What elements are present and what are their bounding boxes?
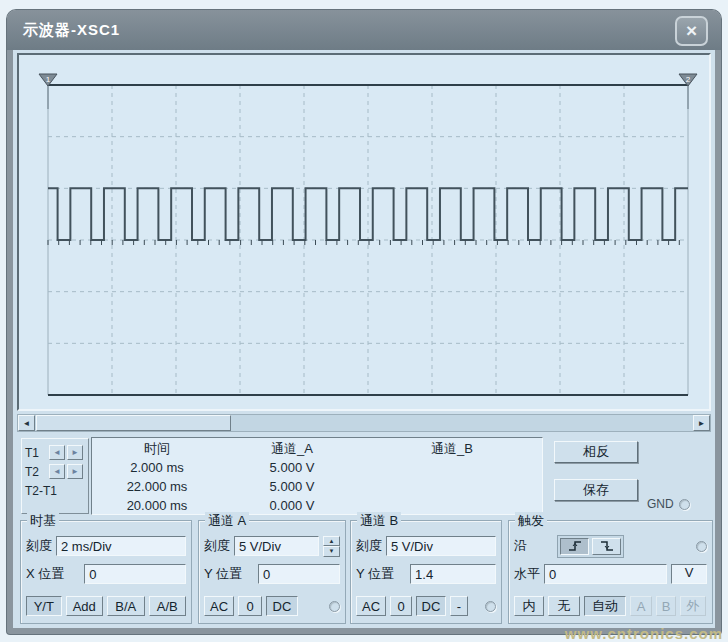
trigger-edge-row: 沿 xyxy=(514,535,707,557)
mode-add-button[interactable]: Add xyxy=(66,596,103,616)
x-position-input[interactable] xyxy=(84,564,186,584)
trigger-auto-button[interactable]: 自动 xyxy=(584,596,626,616)
trigger-level-row: 水平 V xyxy=(514,563,707,585)
close-icon: × xyxy=(686,20,697,42)
t1-left-button[interactable]: ◄ xyxy=(49,445,65,460)
channel-a-scale-up-button[interactable]: ▲ xyxy=(323,536,340,547)
timebase-scale-input[interactable] xyxy=(56,536,186,556)
column-header-channel-a: 通道_A xyxy=(271,440,313,458)
channel-b-minus-button[interactable]: - xyxy=(450,596,468,616)
mode-yt-button[interactable]: Y/T xyxy=(26,596,62,616)
t2-row: T2 ◄ ► xyxy=(25,462,85,481)
timebase-scale-row: 刻度 xyxy=(26,535,186,557)
t2-channel-a-value: 5.000 V xyxy=(270,479,315,494)
channel-a-terminal-icon xyxy=(329,601,340,612)
trigger-group: 触发 沿 xyxy=(508,520,713,624)
trigger-b-button[interactable]: B xyxy=(656,596,676,616)
t2-t1-row: T2-T1 xyxy=(25,481,85,500)
t2-left-icon: ◄ xyxy=(53,467,61,476)
cursor-1-label: 1 xyxy=(46,75,51,84)
channel-a-position-row: Y 位置 xyxy=(204,563,340,585)
trigger-edge-label: 沿 xyxy=(514,537,527,555)
save-button[interactable]: 保存 xyxy=(554,479,638,501)
trigger-mode-row: 内 无 自动 A B 外 xyxy=(514,595,707,617)
channel-b-coupling-row: AC 0 DC - xyxy=(356,595,496,617)
channel-a-dc-button[interactable]: DC xyxy=(266,596,298,616)
horizontal-scrollbar[interactable]: ◄ ► xyxy=(17,414,711,432)
channel-a-scale-row: 刻度 ▲ ▼ xyxy=(204,535,340,557)
oscilloscope-window: 示波器-XSC1 × 12 ◄ ► T1 ◄ ► xyxy=(7,10,721,634)
channel-b-terminal-icon xyxy=(485,601,496,612)
t1-left-icon: ◄ xyxy=(53,448,61,457)
t2-t1-label: T2-T1 xyxy=(25,484,85,498)
mode-ba-button[interactable]: B/A xyxy=(107,596,144,616)
t2-label: T2 xyxy=(25,465,47,479)
timebase-title: 时基 xyxy=(27,512,59,530)
channel-b-ac-button[interactable]: AC xyxy=(356,596,386,616)
cursor-2-label: 2 xyxy=(686,75,691,84)
t2-right-button[interactable]: ► xyxy=(67,464,83,479)
t2-left-button[interactable]: ◄ xyxy=(49,464,65,479)
trigger-none-button[interactable]: 无 xyxy=(548,596,580,616)
channel-b-zero-button[interactable]: 0 xyxy=(390,596,412,616)
reverse-button[interactable]: 相反 xyxy=(554,441,638,463)
falling-edge-icon xyxy=(599,540,615,552)
channel-b-scale-input[interactable] xyxy=(386,536,496,556)
trigger-external-button[interactable]: 外 xyxy=(680,596,706,616)
channel-a-scale-label: 刻度 xyxy=(204,537,230,555)
channel-b-group: 通道 B 刻度 Y 位置 AC 0 DC - xyxy=(350,520,502,624)
channel-a-zero-button[interactable]: 0 xyxy=(238,596,262,616)
channel-a-scale-input[interactable] xyxy=(234,536,319,556)
trigger-level-unit: V xyxy=(671,564,707,584)
gnd-label: GND xyxy=(647,497,674,511)
spin-up-icon: ▲ xyxy=(329,538,335,544)
timebase-scale-label: 刻度 xyxy=(26,537,52,555)
channel-a-coupling-row: AC 0 DC xyxy=(204,595,340,617)
channel-b-scale-label: 刻度 xyxy=(356,537,382,555)
t1-row: T1 ◄ ► xyxy=(25,443,85,462)
channel-b-position-row: Y 位置 xyxy=(356,563,496,585)
mode-ab-button[interactable]: A/B xyxy=(149,596,186,616)
timebase-mode-row: Y/T Add B/A A/B xyxy=(26,595,186,617)
scope-display: 12 xyxy=(17,53,711,411)
channel-a-scale-spinner: ▲ ▼ xyxy=(323,536,340,557)
cursor-control-box: T1 ◄ ► T2 ◄ ► T2-T1 xyxy=(21,438,89,514)
gnd-terminal: GND xyxy=(647,497,690,511)
close-button[interactable]: × xyxy=(675,16,708,46)
column-header-channel-b: 通道_B xyxy=(431,440,473,458)
measurement-table: 时间 通道_A 通道_B 2.000 ms 5.000 V 22.000 ms … xyxy=(91,437,543,515)
trigger-a-button[interactable]: A xyxy=(630,596,652,616)
t2-time-value: 22.000 ms xyxy=(127,479,188,494)
gnd-terminal-icon xyxy=(679,499,690,510)
rising-edge-button[interactable] xyxy=(560,538,589,555)
scroll-right-icon: ► xyxy=(698,419,706,428)
timebase-position-row: X 位置 xyxy=(26,563,186,585)
scope-canvas: 12 xyxy=(19,55,709,409)
falling-edge-button[interactable] xyxy=(592,538,621,555)
spin-down-icon: ▼ xyxy=(329,548,335,554)
scroll-left-icon: ◄ xyxy=(23,419,31,428)
channel-a-y-position-label: Y 位置 xyxy=(204,565,242,583)
channel-b-y-position-label: Y 位置 xyxy=(356,565,394,583)
t1-channel-a-value: 5.000 V xyxy=(270,460,315,475)
t2-right-icon: ► xyxy=(71,467,79,476)
scrollbar-thumb[interactable] xyxy=(36,415,231,431)
channel-a-group: 通道 A 刻度 ▲ ▼ Y 位置 AC 0 DC xyxy=(198,520,346,624)
readout-panel: T1 ◄ ► T2 ◄ ► T2-T1 时间 通道_A 通道_B 2.000 m… xyxy=(13,436,715,516)
channel-b-y-position-input[interactable] xyxy=(410,564,496,584)
x-position-label: X 位置 xyxy=(26,565,64,583)
title-bar[interactable]: 示波器-XSC1 × xyxy=(7,10,721,50)
channel-b-dc-button[interactable]: DC xyxy=(416,596,446,616)
trigger-title: 触发 xyxy=(515,512,547,530)
channel-a-y-position-input[interactable] xyxy=(258,564,340,584)
trigger-internal-button[interactable]: 内 xyxy=(514,596,544,616)
edge-button-wrap xyxy=(557,535,624,558)
scroll-left-button[interactable]: ◄ xyxy=(18,415,35,431)
channel-a-ac-button[interactable]: AC xyxy=(204,596,234,616)
t1-right-button[interactable]: ► xyxy=(67,445,83,460)
scroll-right-button[interactable]: ► xyxy=(693,415,710,431)
delta-channel-a-value: 0.000 V xyxy=(270,498,315,513)
trigger-level-input[interactable] xyxy=(544,564,667,584)
channel-a-scale-down-button[interactable]: ▼ xyxy=(323,546,340,557)
delta-time-value: 20.000 ms xyxy=(127,498,188,513)
